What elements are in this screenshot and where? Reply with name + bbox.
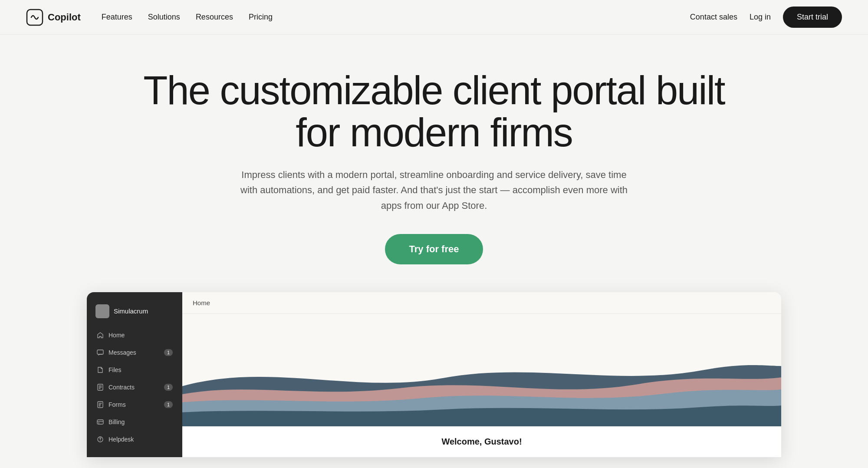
logo-text: Copilot [48,12,81,23]
try-for-free-button[interactable]: Try for free [385,234,483,264]
contracts-badge: 1 [164,384,173,391]
sidebar-item-files-left: Files [96,366,122,374]
sidebar-item-forms-label: Forms [108,401,126,408]
logo-link[interactable]: Copilot [26,9,81,26]
forms-badge: 1 [164,401,173,408]
sidebar-item-billing[interactable]: Billing [91,414,178,430]
sidebar-item-messages-label: Messages [108,349,136,356]
logo-icon [26,9,43,26]
nav-resources[interactable]: Resources [196,13,233,21]
sidebar-item-home[interactable]: Home [91,327,178,343]
nav-solutions[interactable]: Solutions [148,13,180,21]
start-trial-button[interactable]: Start trial [783,7,842,28]
sidebar-item-files-label: Files [108,366,122,373]
welcome-section: Welcome, Gustavo! [182,426,781,457]
billing-icon [96,418,104,426]
sidebar-item-contracts[interactable]: Contracts 1 [91,379,178,395]
message-icon [96,349,104,356]
sidebar-item-billing-label: Billing [108,419,125,425]
sidebar-logo-area: Simulacrum [87,301,182,327]
nav-left: Copilot Features Solutions Resources Pri… [26,9,273,26]
sidebar-item-forms-left: Forms [96,401,126,409]
wave-chart [182,314,781,426]
sidebar-nav: Home Messages 1 [87,327,182,448]
svg-rect-4 [99,405,100,406]
svg-rect-1 [97,350,103,354]
svg-point-8 [100,440,100,441]
sidebar-item-contracts-left: Contracts [96,383,135,391]
sidebar-item-helpdesk-left: Helpdesk [96,435,134,443]
app-preview-container: Simulacrum Home Me [0,292,868,457]
nav-pricing[interactable]: Pricing [249,13,273,21]
app-preview: Simulacrum Home Me [87,292,781,457]
sidebar-item-contracts-label: Contracts [108,384,135,391]
sidebar-item-helpdesk-label: Helpdesk [108,436,134,443]
sidebar-item-home-left: Home [96,331,125,339]
hero-section: The customizable client portal built for… [0,35,868,292]
main-content: Home Welcome, Gustavo! [182,292,781,457]
home-icon [96,331,104,339]
sidebar-item-messages-left: Messages [96,349,136,356]
navbar: Copilot Features Solutions Resources Pri… [0,0,868,35]
svg-rect-6 [98,422,99,423]
file-icon [96,366,104,374]
helpdesk-icon [96,435,104,443]
svg-rect-5 [97,420,103,424]
sidebar: Simulacrum Home Me [87,292,182,457]
contract-icon [96,383,104,391]
sidebar-item-files[interactable]: Files [91,362,178,378]
hero-subtitle: Impress clients with a modern portal, st… [239,167,629,213]
sidebar-item-helpdesk[interactable]: Helpdesk [91,431,178,448]
contact-sales-link[interactable]: Contact sales [690,13,737,22]
nav-features[interactable]: Features [102,13,132,21]
sidebar-item-billing-left: Billing [96,418,125,426]
main-header: Home [182,292,781,314]
login-link[interactable]: Log in [750,13,771,22]
hero-title: The customizable client portal built for… [130,69,738,153]
form-icon [96,401,104,409]
sidebar-item-home-label: Home [108,332,125,339]
sidebar-item-messages[interactable]: Messages 1 [91,344,178,361]
sidebar-item-forms[interactable]: Forms 1 [91,396,178,413]
welcome-title: Welcome, Gustavo! [193,437,771,447]
sidebar-company-logo [95,304,109,318]
nav-links: Features Solutions Resources Pricing [102,13,273,22]
nav-right: Contact sales Log in Start trial [690,7,842,28]
sidebar-company-name: Simulacrum [114,307,148,315]
messages-badge: 1 [164,349,173,356]
